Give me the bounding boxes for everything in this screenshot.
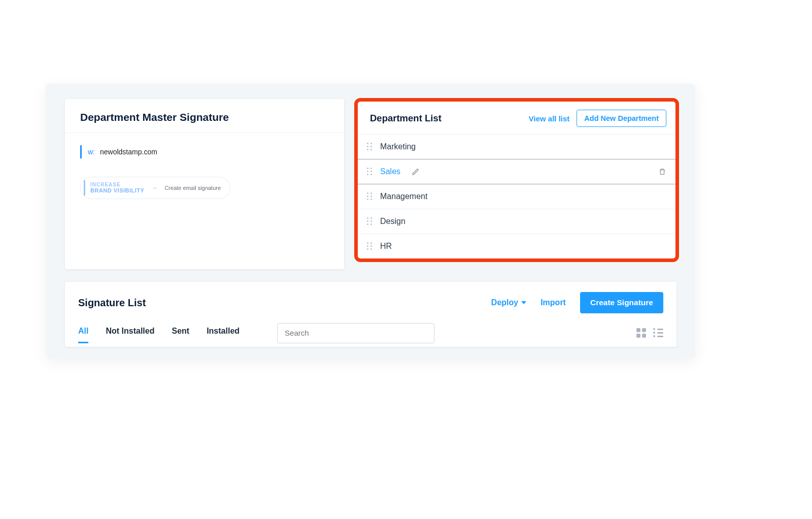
signature-list-header: Signature List Deploy Import Create Sign… bbox=[65, 282, 676, 317]
banner-text: INCREASE BRAND VISIBILITY bbox=[84, 180, 147, 196]
signature-w-prefix: w: bbox=[88, 148, 95, 156]
tab-not-installed[interactable]: Not Installed bbox=[106, 322, 154, 343]
tab-installed[interactable]: Installed bbox=[207, 322, 240, 343]
chevron-down-icon bbox=[521, 301, 526, 304]
banner-cta: Create email signature bbox=[164, 185, 221, 191]
import-link[interactable]: Import bbox=[540, 298, 566, 307]
department-name: Management bbox=[380, 192, 427, 201]
arrow-right-icon: → bbox=[151, 184, 157, 191]
deploy-label: Deploy bbox=[491, 298, 518, 307]
view-toggle bbox=[636, 328, 663, 338]
signature-list-card: Signature List Deploy Import Create Sign… bbox=[65, 282, 676, 347]
create-signature-button[interactable]: Create Signature bbox=[580, 292, 663, 313]
search-input[interactable] bbox=[277, 323, 434, 343]
drag-handle-icon[interactable] bbox=[367, 192, 374, 201]
department-list-header: Department List View all list Add New De… bbox=[358, 102, 675, 134]
department-row-sales[interactable]: Sales bbox=[358, 159, 675, 184]
master-signature-title: Department Master Signature bbox=[65, 99, 344, 133]
signature-preview: w: newoldstamp.com bbox=[65, 133, 344, 164]
banner-line2: BRAND VISIBILITY bbox=[90, 188, 144, 194]
delete-icon[interactable] bbox=[658, 168, 666, 176]
list-view-icon[interactable] bbox=[653, 328, 663, 338]
add-new-department-button[interactable]: Add New Department bbox=[577, 110, 666, 127]
app-stage: Department Master Signature w: newoldsta… bbox=[46, 84, 695, 358]
department-row-hr[interactable]: HR bbox=[358, 234, 675, 258]
signature-website-row: w: newoldstamp.com bbox=[80, 145, 329, 158]
banner-line1: INCREASE bbox=[90, 182, 144, 188]
edit-icon[interactable] bbox=[412, 168, 420, 176]
drag-handle-icon[interactable] bbox=[367, 143, 374, 151]
signature-banner[interactable]: INCREASE BRAND VISIBILITY → Create email… bbox=[80, 177, 230, 199]
signature-website: newoldstamp.com bbox=[100, 148, 157, 156]
department-name: Sales bbox=[380, 167, 400, 176]
department-name: HR bbox=[380, 242, 392, 251]
drag-handle-icon[interactable] bbox=[367, 168, 374, 176]
department-row-marketing[interactable]: Marketing bbox=[358, 134, 675, 159]
view-all-list-link[interactable]: View all list bbox=[529, 114, 570, 123]
tab-all[interactable]: All bbox=[78, 322, 88, 343]
grid-view-icon[interactable] bbox=[636, 328, 646, 338]
department-list-title: Department List bbox=[370, 113, 522, 124]
tab-sent[interactable]: Sent bbox=[172, 322, 189, 343]
department-list-card: Department List View all list Add New De… bbox=[354, 98, 679, 262]
department-row-management[interactable]: Management bbox=[358, 184, 675, 209]
signature-list-tabs: All Not Installed Sent Installed bbox=[65, 317, 676, 343]
deploy-dropdown[interactable]: Deploy bbox=[491, 298, 526, 307]
drag-handle-icon[interactable] bbox=[367, 242, 374, 250]
signature-list-title: Signature List bbox=[78, 297, 477, 309]
drag-handle-icon[interactable] bbox=[367, 217, 374, 225]
department-name: Marketing bbox=[380, 142, 416, 151]
master-signature-card: Department Master Signature w: newoldsta… bbox=[65, 99, 344, 269]
department-name: Design bbox=[380, 217, 405, 226]
department-row-design[interactable]: Design bbox=[358, 209, 675, 234]
